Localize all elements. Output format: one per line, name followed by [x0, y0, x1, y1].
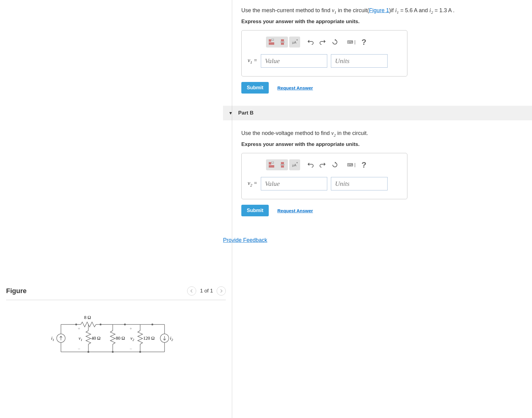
v1-label: v1	[79, 336, 82, 342]
value-input-b[interactable]	[261, 177, 327, 190]
part-b-input-row: v2 =	[248, 177, 401, 190]
undo-icon	[307, 39, 314, 45]
figure-title: Figure	[6, 287, 27, 295]
part-b-title: Part B	[238, 110, 254, 116]
part-a-input-row: v1 =	[248, 54, 401, 68]
svg-point-32	[296, 39, 298, 41]
undo-button[interactable]	[305, 37, 316, 48]
template-icon	[268, 39, 275, 45]
svg-point-41	[296, 162, 298, 163]
redo-button[interactable]	[317, 159, 328, 170]
figure-header: Figure 1 of 1	[6, 286, 226, 300]
part-b-header[interactable]: ▼ Part B	[223, 106, 532, 120]
undo-button[interactable]	[305, 159, 316, 170]
svg-point-15	[124, 324, 126, 325]
fraction-icon	[279, 161, 286, 168]
redo-icon	[320, 162, 326, 168]
submit-button-a[interactable]: Submit	[241, 82, 269, 94]
request-answer-link-b[interactable]: Request Answer	[277, 208, 313, 213]
svg-text:−: −	[78, 346, 80, 351]
circuit-diagram: + − + − 8 Ω 40 Ω 80 Ω 120 Ω i1 i2 v1 v2	[46, 315, 180, 364]
reset-icon	[332, 39, 338, 45]
svg-point-16	[151, 324, 153, 325]
part-b-question: Use the node-voltage method to find v2 i…	[241, 129, 523, 138]
chevron-right-icon	[220, 289, 223, 293]
part-b-submit-row: Submit Request Answer	[241, 205, 523, 216]
keyboard-button[interactable]: ⌨ |	[345, 159, 357, 170]
part-a-answer-box: μA ⌨ | ? v1 =	[241, 30, 407, 76]
submit-button-b[interactable]: Submit	[241, 205, 269, 216]
chevron-left-icon	[190, 289, 193, 293]
units-input-b[interactable]	[331, 177, 388, 190]
request-answer-link-a[interactable]: Request Answer	[277, 85, 313, 90]
r40-label: 40 Ω	[91, 336, 101, 341]
svg-point-13	[75, 324, 77, 325]
figure-next-button[interactable]	[217, 286, 226, 296]
svg-rect-38	[281, 165, 284, 168]
question-column: Use the mesh-current method to find v1 i…	[232, 0, 532, 418]
value-input-a[interactable]	[261, 54, 327, 68]
v1-input-label: v1 =	[248, 57, 257, 65]
svg-rect-35	[269, 165, 274, 168]
units-input-a[interactable]	[331, 54, 388, 68]
figure-prev-button[interactable]	[187, 286, 196, 296]
svg-rect-33	[269, 162, 271, 165]
figure-link[interactable]: Figure 1	[369, 7, 389, 13]
equation-toolbar-b: μA ⌨ | ?	[248, 159, 401, 170]
svg-rect-34	[272, 161, 274, 163]
svg-point-17	[87, 351, 89, 353]
i2-label: i2	[170, 336, 173, 342]
reset-button[interactable]	[329, 159, 340, 170]
template-button[interactable]	[266, 37, 277, 48]
redo-icon	[320, 39, 326, 45]
i1-label: i1	[51, 336, 54, 342]
subscript-icon: μA	[291, 39, 298, 45]
figure-panel-column: Figure 1 of 1	[0, 0, 232, 418]
r120-label: 120 Ω	[143, 336, 154, 341]
svg-text:μA: μA	[292, 163, 296, 167]
svg-text:+: +	[129, 326, 132, 331]
figure-page-count: 1 of 1	[200, 288, 213, 294]
part-b-hint: Express your answer with the appropriate…	[241, 141, 523, 147]
svg-rect-27	[281, 39, 284, 41]
svg-rect-24	[269, 39, 271, 42]
undo-icon	[307, 162, 314, 168]
part-a-question: Use the mesh-current method to find v1 i…	[241, 6, 523, 16]
svg-rect-29	[281, 43, 284, 45]
svg-text:−: −	[129, 346, 132, 351]
svg-text:μA: μA	[292, 41, 296, 44]
svg-point-14	[100, 324, 101, 325]
svg-rect-25	[272, 39, 274, 41]
subscript-icon: μA	[291, 161, 298, 168]
fraction-icon	[279, 39, 286, 45]
help-button[interactable]: ?	[359, 159, 370, 170]
subscript-button[interactable]: μA	[289, 159, 300, 170]
template-button[interactable]	[266, 159, 277, 170]
template-icon	[268, 161, 275, 168]
part-b-answer-box: μA ⌨ | ? v2 =	[241, 153, 407, 199]
reset-icon	[332, 162, 338, 168]
help-button[interactable]: ?	[359, 37, 370, 48]
figure-nav: 1 of 1	[187, 286, 226, 296]
fraction-button[interactable]	[277, 159, 288, 170]
redo-button[interactable]	[317, 37, 328, 48]
svg-text:+: +	[78, 326, 80, 331]
svg-point-18	[112, 351, 114, 353]
svg-point-19	[139, 351, 141, 353]
v2-input-label: v2 =	[248, 180, 257, 188]
svg-rect-26	[269, 42, 274, 45]
r80-label: 80 Ω	[116, 336, 125, 341]
svg-rect-36	[281, 162, 284, 164]
v2-label: v2	[130, 336, 134, 342]
part-a-hint: Express your answer with the appropriate…	[241, 19, 523, 25]
part-a-submit-row: Submit Request Answer	[241, 82, 523, 94]
subscript-button[interactable]: μA	[289, 37, 300, 48]
fraction-button[interactable]	[277, 37, 288, 48]
r8-label: 8 Ω	[84, 315, 91, 320]
reset-button[interactable]	[329, 37, 340, 48]
keyboard-button[interactable]: ⌨ |	[345, 37, 357, 48]
equation-toolbar-a: μA ⌨ | ?	[248, 37, 401, 48]
